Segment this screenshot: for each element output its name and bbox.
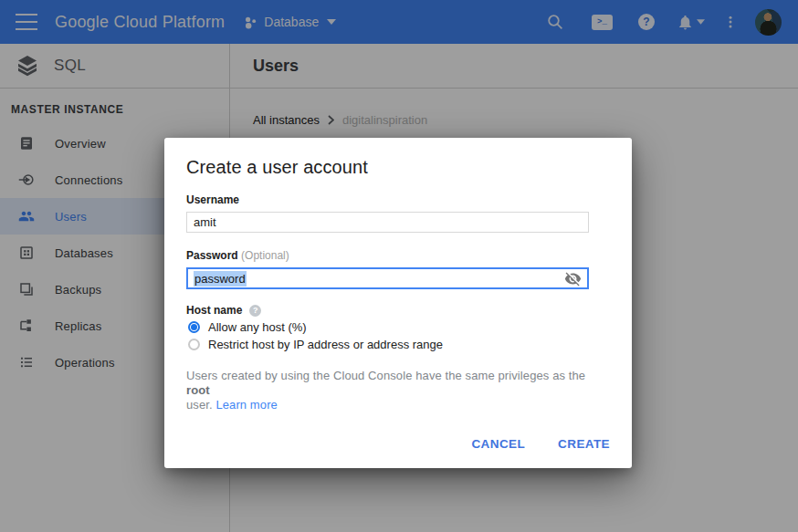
password-label: Password (Optional) — [186, 249, 610, 262]
hostname-label: Host name — [186, 304, 242, 317]
create-button[interactable]: CREATE — [547, 428, 621, 460]
radio-selected-icon — [188, 321, 200, 333]
username-input[interactable] — [186, 212, 589, 233]
root-word: root — [186, 383, 210, 397]
password-field-block: Password (Optional) password — [186, 249, 610, 289]
password-input[interactable]: password — [186, 267, 589, 289]
create-user-dialog: Create a user account Username Password … — [164, 138, 632, 468]
learn-more-link[interactable]: Learn more — [215, 398, 277, 412]
username-field-block: Username — [186, 193, 610, 233]
cancel-button[interactable]: CANCEL — [460, 428, 536, 460]
dialog-title: Create a user account — [186, 157, 610, 178]
gcp-console-screen: Google Cloud Platform Database >_ — [0, 0, 798, 532]
radio-restrict-host[interactable]: Restrict host by IP address or address r… — [186, 338, 610, 351]
radio-unselected-icon — [188, 339, 200, 350]
optional-hint: (Optional) — [241, 249, 289, 262]
help-icon[interactable]: ? — [249, 305, 261, 317]
visibility-off-icon[interactable] — [564, 270, 583, 287]
password-selected-text: password — [194, 271, 247, 287]
username-label: Username — [186, 193, 610, 206]
hostname-section: Host name ? Allow any host (%) Restrict … — [186, 304, 610, 351]
dialog-actions: CANCEL CREATE — [460, 428, 621, 460]
radio-allow-any-host[interactable]: Allow any host (%) — [186, 320, 610, 334]
privileges-note: Users created by using the Cloud Console… — [186, 369, 610, 412]
